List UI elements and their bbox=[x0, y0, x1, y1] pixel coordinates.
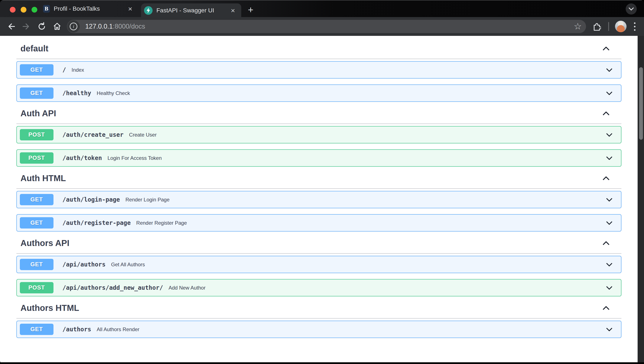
section-header-authors-html[interactable]: Authors HTML bbox=[16, 303, 622, 313]
tab-title: FastAPI - Swagger UI bbox=[156, 7, 214, 14]
endpoint-row-post-add-new-author[interactable]: POST /api/authors/add_new_author/ Add Ne… bbox=[16, 279, 622, 296]
section-divider bbox=[16, 189, 622, 189]
chevron-up-icon[interactable] bbox=[602, 46, 610, 51]
browser-window: B Profil - BookTalks × FastAPI - Swagger… bbox=[0, 0, 644, 364]
section-title: Authors API bbox=[20, 238, 622, 248]
endpoint-summary: Index bbox=[72, 67, 84, 73]
reload-button[interactable] bbox=[34, 19, 50, 34]
method-badge: GET bbox=[20, 324, 54, 335]
swagger-page: default GET / Index GET /healthy bbox=[0, 36, 644, 362]
window-controls bbox=[10, 7, 37, 13]
endpoint-summary: Add New Author bbox=[168, 285, 206, 291]
endpoint-summary: All Authors Render bbox=[97, 326, 139, 332]
url-host: 127.0.0.1 bbox=[85, 23, 113, 30]
chevron-up-icon[interactable] bbox=[602, 306, 610, 310]
section-title: default bbox=[20, 44, 622, 53]
home-button[interactable] bbox=[50, 19, 65, 34]
endpoint-row-get-authors[interactable]: GET /authors All Authors Render bbox=[16, 321, 622, 338]
chevron-down-icon[interactable] bbox=[606, 327, 613, 331]
method-badge: POST bbox=[20, 129, 54, 140]
endpoint-row-post-create-user[interactable]: POST /auth/create_user Create User bbox=[16, 126, 622, 143]
tab-fastapi-swagger[interactable]: FastAPI - Swagger UI × bbox=[141, 4, 241, 18]
endpoint-path: /auth/create_user bbox=[62, 131, 124, 138]
chevron-up-icon[interactable] bbox=[602, 176, 610, 181]
endpoint-summary: Get All Authors bbox=[111, 262, 145, 268]
tab-search-button[interactable] bbox=[626, 4, 637, 15]
url-text: 127.0.0.1:8000/docs bbox=[85, 23, 145, 30]
endpoint-summary: Create User bbox=[129, 132, 157, 138]
chevron-down-icon[interactable] bbox=[606, 198, 613, 202]
extensions-button[interactable] bbox=[589, 19, 604, 34]
fastapi-favicon-icon bbox=[144, 6, 152, 15]
endpoint-path: /api/authors bbox=[62, 261, 106, 268]
info-icon: i bbox=[70, 23, 77, 30]
url-path: :8000/docs bbox=[113, 23, 145, 30]
chevron-up-icon[interactable] bbox=[602, 111, 610, 116]
section-divider bbox=[16, 123, 622, 124]
section-divider bbox=[16, 253, 622, 254]
chevron-down-icon[interactable] bbox=[606, 133, 613, 137]
endpoint-row-get-login-page[interactable]: GET /auth/login-page Render Login Page bbox=[16, 191, 622, 208]
endpoint-row-post-token[interactable]: POST /auth/token Login For Access Token bbox=[16, 149, 622, 167]
bookmark-star-icon[interactable]: ☆ bbox=[574, 22, 582, 31]
endpoint-path: /authors bbox=[62, 326, 91, 333]
endpoint-path: /healthy bbox=[62, 90, 91, 97]
endpoint-row-get-register-page[interactable]: GET /auth/register-page Render Register … bbox=[16, 214, 622, 232]
chevron-down-icon[interactable] bbox=[606, 221, 613, 225]
method-badge: POST bbox=[20, 152, 54, 164]
endpoint-path: /api/authors/add_new_author/ bbox=[62, 284, 163, 291]
tab-booktalks[interactable]: B Profil - BookTalks × bbox=[40, 1, 138, 17]
address-bar[interactable]: i 127.0.0.1:8000/docs ☆ bbox=[67, 20, 586, 33]
chevron-down-icon[interactable] bbox=[606, 91, 613, 95]
endpoint-summary: Login For Access Token bbox=[108, 155, 162, 161]
section-title: Authors HTML bbox=[20, 303, 622, 313]
endpoint-summary: Render Login Page bbox=[126, 197, 170, 203]
booktalks-favicon-icon: B bbox=[43, 5, 50, 13]
section-header-auth-html[interactable]: Auth HTML bbox=[16, 173, 622, 183]
back-button[interactable] bbox=[4, 19, 19, 34]
new-tab-button[interactable]: + bbox=[245, 4, 256, 15]
chevron-up-icon[interactable] bbox=[602, 241, 610, 246]
chevron-down-icon[interactable] bbox=[606, 286, 613, 290]
endpoint-path: /auth/token bbox=[62, 154, 102, 161]
method-badge: GET bbox=[20, 259, 54, 270]
section-header-default[interactable]: default bbox=[16, 44, 622, 53]
section-divider bbox=[16, 59, 622, 59]
close-window-button[interactable] bbox=[10, 7, 16, 13]
scrollbar-track[interactable] bbox=[638, 36, 644, 362]
endpoint-path: / bbox=[62, 66, 66, 73]
tab-title: Profil - BookTalks bbox=[54, 5, 100, 12]
endpoint-row-get-api-authors[interactable]: GET /api/authors Get All Authors bbox=[16, 256, 622, 273]
minimize-window-button[interactable] bbox=[21, 7, 26, 13]
tab-strip: B Profil - BookTalks × FastAPI - Swagger… bbox=[0, 0, 644, 17]
section-title: Auth HTML bbox=[20, 173, 622, 183]
method-badge: GET bbox=[20, 64, 54, 76]
section-title: Auth API bbox=[20, 109, 622, 118]
close-tab-icon[interactable]: × bbox=[229, 7, 236, 14]
endpoint-path: /auth/register-page bbox=[62, 219, 131, 226]
swagger-content: default GET / Index GET /healthy bbox=[0, 44, 622, 338]
forward-button[interactable] bbox=[19, 19, 34, 34]
method-badge: GET bbox=[20, 217, 54, 229]
endpoint-summary: Healthy Check bbox=[97, 90, 130, 96]
chevron-down-icon[interactable] bbox=[606, 68, 613, 72]
endpoint-path: /auth/login-page bbox=[62, 196, 120, 203]
section-divider bbox=[16, 318, 622, 318]
endpoint-row-get-index[interactable]: GET / Index bbox=[16, 61, 622, 79]
section-header-authors-api[interactable]: Authors API bbox=[16, 238, 622, 248]
site-info-button[interactable]: i bbox=[67, 20, 80, 33]
section-header-auth-api[interactable]: Auth API bbox=[16, 109, 622, 118]
method-badge: POST bbox=[20, 282, 54, 293]
toolbar-divider bbox=[608, 22, 609, 31]
chevron-down-icon[interactable] bbox=[606, 262, 613, 267]
endpoint-summary: Render Register Page bbox=[136, 220, 187, 226]
profile-avatar[interactable] bbox=[615, 21, 626, 32]
browser-toolbar: i 127.0.0.1:8000/docs ☆ bbox=[0, 17, 644, 36]
scrollbar-thumb[interactable] bbox=[639, 67, 643, 140]
chevron-down-icon[interactable] bbox=[606, 156, 613, 160]
zoom-window-button[interactable] bbox=[32, 7, 37, 13]
browser-menu-button[interactable] bbox=[630, 21, 639, 32]
method-badge: GET bbox=[20, 87, 54, 99]
close-tab-icon[interactable]: × bbox=[126, 5, 134, 12]
endpoint-row-get-healthy[interactable]: GET /healthy Healthy Check bbox=[16, 85, 622, 102]
